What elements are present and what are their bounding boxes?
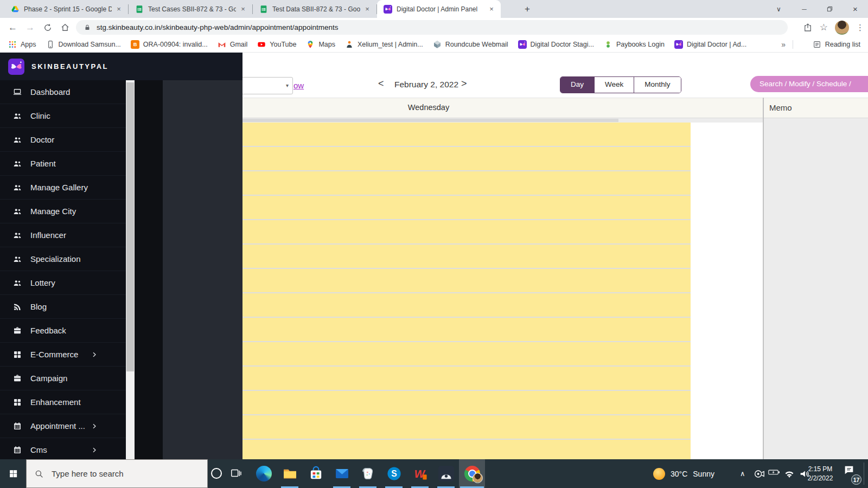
sidebar-item-appointment[interactable]: Appointment ... (0, 414, 126, 438)
reload-icon[interactable] (40, 20, 55, 35)
start-button[interactable] (0, 459, 26, 488)
calendar-horizontal-scrollbar[interactable] (242, 118, 763, 123)
address-bar[interactable]: stg.skinbeauty.co.in/skinbeauty-php-web/… (76, 20, 788, 35)
bookmark-item[interactable]: BORA-00904: invalid... (126, 38, 213, 50)
sidebar-item-lottery[interactable]: Lottery (0, 271, 126, 295)
tab-search-icon[interactable]: ∨ (766, 0, 792, 18)
sidebar-item-feedback[interactable]: Feedback (0, 319, 126, 343)
tray-expand-icon[interactable]: ∧ (740, 459, 745, 488)
home-icon[interactable] (58, 20, 72, 35)
maps-icon (306, 40, 315, 49)
taskbar-explorer-button[interactable] (277, 459, 303, 488)
sidebar-item-specialization[interactable]: Specialization (0, 247, 126, 271)
bookmark-item[interactable]: Maps (301, 38, 340, 50)
new-tab-button[interactable]: + (521, 3, 534, 16)
taskbar-skype-button[interactable]: S (381, 459, 407, 488)
taskbar-chrome-button[interactable] (459, 459, 485, 488)
bookmark-item[interactable]: YouTube (252, 38, 301, 50)
bookmark-item[interactable]: Gmail (213, 38, 253, 50)
taskbar-mail-button[interactable] (329, 459, 355, 488)
admin-page: ▾ ow < February 2, 2022 > DayWeekMonthly… (0, 53, 868, 459)
sidebar-item-influencer[interactable]: Influencer (0, 223, 126, 247)
users-icon (12, 111, 22, 121)
sidebar-item-label: Patient (30, 159, 56, 168)
scrollbar-thumb[interactable] (242, 119, 618, 122)
bookmark-item[interactable]: Roundcube Webmail (428, 38, 513, 50)
sidebar-item-e-commerce[interactable]: E-Commerce (0, 343, 126, 367)
taskbar-edge-button[interactable] (251, 459, 277, 488)
meet-now-icon[interactable] (753, 468, 765, 480)
taskbar-photos-app-button[interactable] (355, 459, 381, 488)
taskbar-wps-button[interactable]: W (407, 459, 433, 488)
show-desktop-divider[interactable] (864, 463, 864, 485)
browser-tab[interactable]: Test Cases SBII-872 & 73 - Googl× (129, 0, 252, 18)
tab-title: Digital Doctor | Admin Panel (397, 5, 484, 13)
sidebar-gutter (135, 80, 163, 459)
view-tab-day[interactable]: Day (560, 77, 594, 93)
bookmark-label: Digital Doctor | Ad... (687, 41, 746, 48)
view-tab-week[interactable]: Week (594, 77, 634, 93)
bookmark-label: YouTube (270, 41, 296, 48)
sidebar-item-campaign[interactable]: Campaign (0, 367, 126, 390)
action-center-button[interactable]: 17 (841, 463, 861, 485)
home-glyph-icon (60, 23, 70, 33)
tab-close-icon[interactable]: × (487, 5, 496, 13)
search-modify-schedule-button[interactable]: Search / Modify / Schedule / (750, 76, 868, 92)
taskbar-store-button[interactable] (303, 459, 329, 488)
bookmark-star-icon[interactable]: ☆ (820, 22, 828, 33)
sidebar-item-doctor[interactable]: Doctor (0, 128, 126, 152)
browser-menu-icon[interactable]: ⋮ (856, 23, 864, 33)
forward-icon[interactable]: → (23, 20, 37, 35)
restore-icon[interactable] (817, 0, 843, 18)
cortana-button[interactable] (211, 468, 222, 479)
browser-tab[interactable]: Test Data SBII-872 & 73 - Google× (253, 0, 376, 18)
share-icon[interactable] (803, 23, 813, 33)
bookmark-label: Xelium_test | Admin... (358, 41, 423, 48)
bookmark-label: Download Samsun... (59, 41, 121, 48)
profile-avatar[interactable] (835, 21, 849, 35)
battery-icon[interactable] (768, 468, 780, 480)
bookmarks-overflow-icon[interactable]: » (781, 40, 786, 49)
bookmark-item[interactable]: Download Samsun... (41, 38, 126, 50)
bookmark-item[interactable]: Digital Doctor | Ad... (669, 38, 751, 50)
sidebar-item-manage-gallery[interactable]: Manage Gallery (0, 176, 126, 200)
sidebar-item-manage-city[interactable]: Manage City (0, 200, 126, 223)
tab-close-icon[interactable]: × (362, 5, 372, 13)
day-schedule-grid[interactable] (242, 123, 691, 459)
taskbar-clock[interactable]: 2:15 PM 2/2/2022 (803, 459, 837, 488)
sidebar-item-cms[interactable]: Cms (0, 438, 126, 459)
bookmark-item[interactable]: Apps (3, 38, 41, 50)
reading-list-button[interactable]: Reading list (813, 40, 860, 49)
minimize-icon[interactable]: ─ (792, 0, 817, 18)
show-link[interactable]: ow (293, 81, 304, 90)
view-tab-monthly[interactable]: Monthly (634, 77, 680, 93)
taskbar-search-input[interactable] (50, 468, 188, 479)
weather-widget[interactable]: 30°C Sunny (653, 459, 714, 488)
appointment-filter-select[interactable]: ▾ (240, 77, 293, 94)
browser-tab[interactable]: Phase 2 - Sprint 15 - Google Driv× (4, 0, 128, 18)
phone-icon (46, 40, 55, 49)
browser-tab[interactable]: Digital Doctor | Admin Panel× (377, 0, 501, 18)
sidebar-item-dashboard[interactable]: Dashboard (0, 80, 126, 104)
wifi-icon[interactable] (783, 468, 795, 480)
sidebar-item-clinic[interactable]: Clinic (0, 104, 126, 128)
bookmark-item[interactable]: Paybooks Login (599, 38, 669, 50)
browser-toolbar: ← → stg.skinbeauty.co.in/skinbeauty-php-… (0, 18, 868, 37)
tab-close-icon[interactable]: × (238, 5, 248, 13)
taskbar-search-box[interactable] (26, 459, 208, 488)
sidebar-item-blog[interactable]: Blog (0, 295, 126, 319)
day-name-label: Wednesday (374, 103, 483, 112)
bookmark-item[interactable]: Digital Doctor Stagi... (513, 38, 599, 50)
back-icon[interactable]: ← (5, 20, 20, 35)
task-view-button[interactable] (230, 467, 242, 479)
sidebar-item-patient[interactable]: Patient (0, 152, 126, 176)
sidebar-item-enhancement[interactable]: Enhancement (0, 390, 126, 414)
bookmark-item[interactable]: Xelium_test | Admin... (340, 38, 428, 50)
sidebar-scrollbar[interactable] (126, 80, 135, 459)
tab-close-icon[interactable]: × (114, 5, 124, 13)
prev-day-icon[interactable]: < (378, 78, 384, 89)
close-window-icon[interactable]: × (843, 0, 868, 18)
taskbar-viewer-app-button[interactable] (433, 459, 459, 488)
scrollbar-thumb[interactable] (126, 82, 134, 371)
next-day-icon[interactable]: > (461, 78, 467, 89)
